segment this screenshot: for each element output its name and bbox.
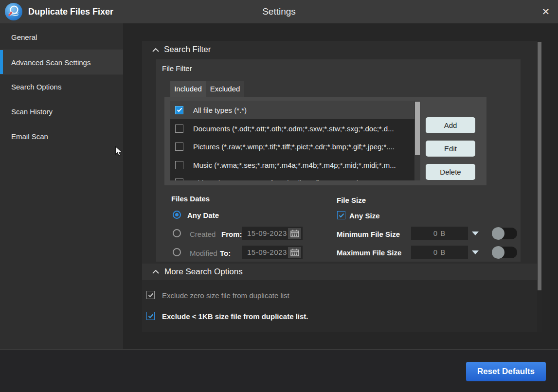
- checkbox-unchecked[interactable]: [175, 125, 183, 133]
- any-date-radio[interactable]: [173, 211, 181, 219]
- exclude-1kb-checkbox[interactable]: [146, 312, 155, 320]
- toggle-knob: [492, 246, 504, 259]
- sidebar-item-scan-history[interactable]: Scan History: [0, 99, 123, 124]
- minimum-file-size-label: Minimum File Size: [337, 230, 400, 238]
- delete-button[interactable]: Delete: [426, 164, 475, 180]
- selected-indicator-bar: [0, 50, 3, 74]
- to-date-field[interactable]: 15-09-2023: [242, 246, 303, 259]
- list-scrollbar[interactable]: [414, 101, 420, 180]
- file-filter-label: File Filter: [162, 64, 192, 72]
- dialog-title: Settings: [0, 0, 558, 23]
- checkbox-unchecked[interactable]: [175, 178, 183, 181]
- created-label: Created: [190, 230, 216, 238]
- bottom-bar: Reset Defaults: [0, 349, 558, 392]
- file-size-label: File Size: [337, 196, 366, 204]
- exclude-1kb-label: Exclude < 1KB size file from duplicate l…: [162, 312, 308, 321]
- sidebar-item-search-options[interactable]: Search Options: [0, 74, 123, 99]
- sidebar-item-email-scan[interactable]: Email Scan: [0, 124, 123, 149]
- content-scrollbar-thumb[interactable]: [538, 42, 541, 290]
- close-icon[interactable]: ✕: [540, 5, 552, 18]
- list-item[interactable]: Music (*.wma;*.ses;*.ram;*.m4a;*.m4b;*.m…: [170, 156, 420, 174]
- file-type-list: All file types (*.*) Documents (*.odt;*.…: [170, 101, 420, 180]
- maximum-file-size-label: Maximum File Size: [337, 249, 401, 257]
- created-radio[interactable]: [173, 229, 181, 237]
- content-scrollbar[interactable]: [537, 41, 542, 332]
- to-label: To:: [220, 249, 231, 257]
- list-scrollbar-thumb[interactable]: [415, 102, 420, 155]
- list-item[interactable]: All file types (*.*): [170, 101, 420, 119]
- min-size-dropdown-icon[interactable]: [472, 232, 479, 235]
- minimum-size-field[interactable]: 0 B: [411, 227, 468, 240]
- from-label: From:: [221, 230, 242, 238]
- any-size-checkbox[interactable]: [337, 211, 345, 219]
- sidebar-item-advanced-scan-settings[interactable]: Advanced Scan Settings: [0, 50, 123, 74]
- collapse-chevron-icon[interactable]: [152, 48, 159, 52]
- sidebar-item-general[interactable]: General: [0, 25, 123, 50]
- exclude-zero-size-checkbox[interactable]: [146, 291, 155, 299]
- from-date-field[interactable]: 15-09-2023: [242, 227, 303, 240]
- modified-label: Modified: [190, 249, 217, 257]
- calendar-icon[interactable]: [288, 228, 301, 239]
- title-bar: Duplicate Files Fixer Settings ✕: [0, 0, 558, 23]
- modified-radio[interactable]: [173, 248, 181, 256]
- maximum-size-field[interactable]: 0 B: [411, 246, 468, 259]
- more-search-options-body: Exclude zero size file from duplicate li…: [142, 280, 542, 332]
- checkbox-unchecked[interactable]: [175, 161, 183, 169]
- more-search-options-header[interactable]: More Search Options: [142, 264, 542, 280]
- exclude-zero-size-label: Exclude zero size file from duplicate li…: [162, 291, 289, 300]
- search-filter-section-header[interactable]: Search Filter: [164, 45, 211, 54]
- list-item[interactable]: Documents (*.odt;*.ott;*.oth;*.odm;*.sxw…: [170, 119, 420, 138]
- checkbox-checked[interactable]: [175, 106, 183, 114]
- tab-included[interactable]: Included: [170, 81, 206, 97]
- mouse-cursor: [115, 146, 123, 157]
- list-item[interactable]: Pictures (*.raw;*.wmp;*.tif;*.tiff;*.pic…: [170, 137, 420, 156]
- files-dates-label: Files Dates: [171, 195, 210, 203]
- any-size-label: Any Size: [349, 212, 380, 220]
- max-size-toggle[interactable]: [492, 247, 517, 258]
- calendar-icon[interactable]: [288, 247, 301, 258]
- settings-content-panel: Search Filter File Filter Included Exclu…: [142, 41, 542, 332]
- tab-excluded[interactable]: Excluded: [206, 81, 244, 97]
- reset-defaults-button[interactable]: Reset Defaults: [466, 362, 546, 381]
- toggle-knob: [492, 227, 504, 240]
- min-size-toggle[interactable]: [492, 228, 517, 239]
- edit-button[interactable]: Edit: [426, 141, 475, 157]
- sidebar: General Advanced Scan Settings Search Op…: [0, 23, 123, 349]
- checkbox-unchecked[interactable]: [175, 143, 183, 151]
- file-filter-panel: File Filter Included Excluded All file t…: [156, 59, 521, 262]
- any-date-label: Any Date: [187, 211, 219, 219]
- list-item[interactable]: Videos (*.3gp;*.3g2;*.asf;*.avi;*.divx;*…: [170, 173, 420, 180]
- max-size-dropdown-icon[interactable]: [472, 250, 479, 254]
- collapse-chevron-icon[interactable]: [152, 270, 159, 274]
- radio-dot: [175, 213, 179, 216]
- add-button[interactable]: Add: [426, 117, 475, 133]
